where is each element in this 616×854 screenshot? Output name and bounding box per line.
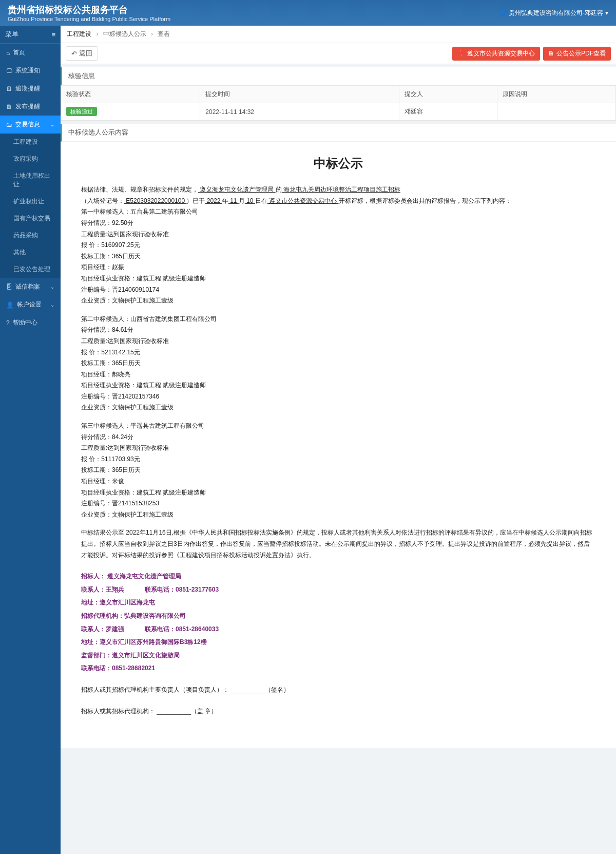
back-button[interactable]: ↶ 返回 bbox=[66, 46, 98, 61]
candidate-pm_qual: 项目经理执业资格：建筑工程 贰级注册建造师 bbox=[81, 273, 595, 284]
th-submitter: 提交人 bbox=[399, 86, 497, 103]
candidate-block: 第二中标候选人：山西省古建筑集团工程有限公司得分情况：84.61分工程质量:达到… bbox=[81, 314, 595, 413]
breadcrumb-b[interactable]: 中标候选人公示 bbox=[103, 30, 146, 37]
candidate-corp: 企业资质：文物保护工程施工壹级 bbox=[81, 509, 595, 521]
check-panel: 核验信息 核验状态 提交时间 提交人 原因说明 核验通过 2022-11-11 … bbox=[61, 67, 616, 121]
cell-reason bbox=[497, 103, 615, 121]
check-panel-title: 核验信息 bbox=[61, 67, 616, 85]
monitor-icon: 🖵 bbox=[6, 67, 12, 74]
candidate-reg: 注册编号：晋214202157346 bbox=[81, 391, 595, 403]
candidate-pm_qual: 项目经理执业资格：建筑工程 贰级注册建造师 bbox=[81, 380, 595, 391]
candidate-pm_qual: 项目经理执业资格：建筑工程 贰级注册建造师 bbox=[81, 487, 595, 499]
sidebar-item-help[interactable]: ?帮助中心 bbox=[0, 314, 61, 332]
candidate-quality: 工程质量:达到国家现行验收标准 bbox=[81, 443, 595, 454]
user-menu[interactable]: 👤 贵州弘典建设咨询有限公司-邓廷容 ▾ bbox=[499, 9, 608, 17]
sidebar-sub-other[interactable]: 其他 bbox=[0, 244, 61, 261]
candidate-quality: 工程质量:达到国家现行验收标准 bbox=[81, 229, 595, 240]
status-badge: 核验通过 bbox=[66, 107, 97, 116]
cell-submitter: 邓廷容 bbox=[399, 103, 497, 121]
candidate-corp: 企业资质：文物保护工程施工壹级 bbox=[81, 295, 595, 307]
candidate-pm: 项目经理：赵振 bbox=[81, 262, 595, 273]
candidate-corp: 企业资质：文物保护工程施工壹级 bbox=[81, 402, 595, 413]
breadcrumb-a[interactable]: 工程建设 bbox=[67, 30, 91, 41]
archive-icon: 🗄 bbox=[6, 283, 12, 291]
pdf-view-button[interactable]: 🗎 公告公示PDF查看 bbox=[543, 47, 611, 61]
candidate-block: 第一中标候选人：五台县第二建筑有限公司得分情况：92.50分工程质量:达到国家现… bbox=[81, 206, 595, 306]
breadcrumb-c: 查看 bbox=[158, 30, 170, 37]
th-time: 提交时间 bbox=[200, 86, 399, 103]
sidebar-item-publish[interactable]: 🗎发布提醒 bbox=[0, 98, 61, 116]
chevron-down-icon: ⌄ bbox=[50, 122, 54, 127]
sidebar: 菜单 ≡ ⌂首页 🖵系统通知 🗓逾期提醒 🗎发布提醒 🗂交易信息⌄ 工程建设 政… bbox=[0, 26, 61, 854]
menu-collapse-icon[interactable]: ≡ bbox=[51, 31, 55, 39]
location-icon: 📍 bbox=[457, 50, 465, 57]
candidate-rank: 第三中标候选人：平遥县古建筑工程有限公司 bbox=[81, 421, 595, 432]
check-table: 核验状态 提交时间 提交人 原因说明 核验通过 2022-11-11 14:32… bbox=[61, 85, 616, 121]
calendar-icon: 🗓 bbox=[6, 85, 12, 92]
sidebar-sub-engineering[interactable]: 工程建设 bbox=[0, 134, 61, 150]
sidebar-sub-land[interactable]: 土地使用权出让 bbox=[0, 167, 61, 193]
help-icon: ? bbox=[6, 319, 10, 327]
candidate-reg: 注册编号：晋214060910174 bbox=[81, 284, 595, 296]
sidebar-item-notice[interactable]: 🖵系统通知 bbox=[0, 62, 61, 80]
candidate-duration: 投标工期：365日历天 bbox=[81, 465, 595, 476]
content-panel-title: 中标候选人公示内容 bbox=[61, 124, 616, 142]
menu-label: 菜单 bbox=[5, 30, 18, 39]
app-header: 贵州省招标投标公共服务平台 GuiZhou Province Tendering… bbox=[0, 0, 616, 26]
cell-time: 2022-11-11 14:32 bbox=[200, 103, 399, 121]
chevron-icon: ⌄ bbox=[50, 284, 54, 290]
th-status: 核验状态 bbox=[61, 86, 200, 103]
candidate-score: 得分情况：92.50分 bbox=[81, 218, 595, 229]
notice-text: 中标结果公示至 2022年11月16日,根据《中华人民共和国招标投标法实施条例》… bbox=[81, 527, 595, 561]
publish-icon: 🗎 bbox=[6, 103, 12, 110]
info-block: 招标人： 遵义海龙屯文化遗产管理局 联系人：王翔兵联系电话：0851-23177… bbox=[81, 571, 595, 674]
app-title: 贵州省招标投标公共服务平台 bbox=[8, 4, 499, 16]
undo-icon: ↶ bbox=[71, 50, 77, 58]
sidebar-sub-state[interactable]: 国有产权交易 bbox=[0, 210, 61, 227]
toolbar: ↶ 返回 📍 遵义市公共资源交易中心 🗎 公告公示PDF查看 bbox=[61, 43, 616, 64]
candidate-score: 得分情况：84.61分 bbox=[81, 325, 595, 336]
breadcrumb: 工程建设 › 中标候选人公示 › 查看 bbox=[61, 26, 616, 43]
main-content: 工程建设 › 中标候选人公示 › 查看 ↶ 返回 📍 遵义市公共资源交易中心 🗎… bbox=[61, 26, 616, 854]
candidate-price: 报 价：5213142.15元 bbox=[81, 347, 595, 358]
user-name: 贵州弘典建设咨询有限公司-邓廷容 bbox=[509, 9, 603, 17]
sidebar-item-overdue[interactable]: 🗓逾期提醒 bbox=[0, 80, 61, 98]
document-body: 中标公示 根据法律、法规、规章和招标文件的规定， 遵义海龙屯文化遗产管理局 的 … bbox=[61, 142, 616, 727]
sidebar-item-trade[interactable]: 🗂交易信息⌄ bbox=[0, 116, 61, 134]
pdf-icon: 🗎 bbox=[548, 50, 554, 57]
candidate-score: 得分情况：84.24分 bbox=[81, 432, 595, 443]
chevron-down-icon: ▾ bbox=[605, 9, 608, 16]
sidebar-sub-gov[interactable]: 政府采购 bbox=[0, 150, 61, 167]
doc-title: 中标公示 bbox=[81, 152, 595, 174]
candidate-price: 报 价：5169907.25元 bbox=[81, 240, 595, 251]
candidate-rank: 第一中标候选人：五台县第二建筑有限公司 bbox=[81, 206, 595, 218]
sidebar-sub-mine[interactable]: 矿业权出让 bbox=[0, 193, 61, 210]
trade-icon: 🗂 bbox=[6, 121, 12, 128]
sidebar-item-account[interactable]: 👤帐户设置⌄ bbox=[0, 296, 61, 314]
table-row: 核验通过 2022-11-11 14:32 邓廷容 bbox=[61, 103, 616, 121]
candidate-quality: 工程质量:达到国家现行验收标准 bbox=[81, 336, 595, 347]
candidate-price: 报 价：5111703.93元 bbox=[81, 454, 595, 465]
center-button[interactable]: 📍 遵义市公共资源交易中心 bbox=[452, 47, 540, 61]
chevron-icon: ⌄ bbox=[50, 302, 54, 308]
candidate-pm: 项目经理：米俊 bbox=[81, 476, 595, 487]
candidate-block: 第三中标候选人：平遥县古建筑工程有限公司得分情况：84.24分工程质量:达到国家… bbox=[81, 421, 595, 520]
candidate-reg: 注册编号：晋214151538253 bbox=[81, 498, 595, 509]
th-reason: 原因说明 bbox=[497, 86, 615, 103]
content-panel: 中标候选人公示内容 中标公示 根据法律、法规、规章和招标文件的规定， 遵义海龙屯… bbox=[61, 124, 616, 748]
candidate-duration: 投标工期：365日历天 bbox=[81, 251, 595, 262]
candidate-rank: 第二中标候选人：山西省古建筑集团工程有限公司 bbox=[81, 314, 595, 325]
sidebar-item-archive[interactable]: 🗄诚信档案⌄ bbox=[0, 278, 61, 296]
sign-line-2: 招标人或其招标代理机构： __________（盖 章） bbox=[81, 706, 595, 717]
sign-line-1: 招标人或其招标代理机构主要负责人（项目负责人）： __________（签名） bbox=[81, 685, 595, 696]
candidate-pm: 项目经理：郝晓亮 bbox=[81, 369, 595, 381]
sidebar-sub-issued[interactable]: 已发公告处理 bbox=[0, 261, 61, 278]
home-icon: ⌂ bbox=[6, 49, 10, 56]
candidate-duration: 投标工期：365日历天 bbox=[81, 358, 595, 369]
sidebar-sub-drug[interactable]: 药品采购 bbox=[0, 227, 61, 244]
sidebar-menu-header: 菜单 ≡ bbox=[0, 26, 61, 44]
sidebar-item-home[interactable]: ⌂首页 bbox=[0, 44, 61, 62]
intro-line: 根据法律、法规、规章和招标文件的规定， 遵义海龙屯文化遗产管理局 的 海龙屯九关… bbox=[81, 184, 595, 206]
user-icon: 👤 bbox=[499, 9, 507, 16]
app-subtitle: GuiZhou Province Tendering and Bidding P… bbox=[8, 16, 499, 22]
